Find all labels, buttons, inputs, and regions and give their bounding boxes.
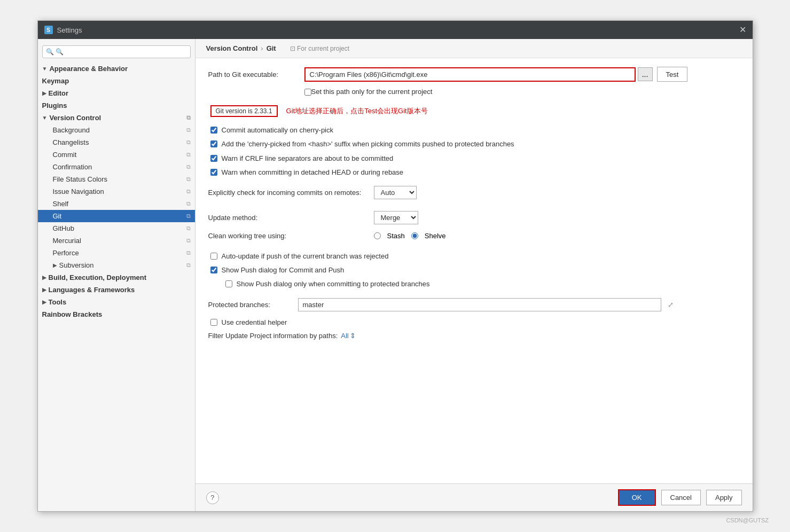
arrow-icon: ▶ bbox=[53, 262, 57, 268]
copy-icon: ⧉ bbox=[186, 176, 191, 183]
sidebar-item-editor[interactable]: ▶ Editor bbox=[38, 87, 195, 99]
filter-value: All bbox=[341, 332, 348, 340]
breadcrumb-version-control: Version Control bbox=[206, 44, 258, 52]
protected-branches-input[interactable] bbox=[298, 298, 661, 311]
auto-update-row: Auto-update if push of the current branc… bbox=[208, 252, 740, 261]
sidebar-item-version-control[interactable]: ▼ Version Control ⧉ bbox=[38, 112, 195, 124]
sidebar-item-github[interactable]: GitHub ⧉ bbox=[38, 222, 195, 234]
filter-dropdown[interactable]: All ⇕ bbox=[341, 332, 355, 340]
test-button[interactable]: Test bbox=[657, 67, 688, 82]
sidebar-item-label: Appearance & Behavior bbox=[49, 65, 128, 73]
cherry-pick-label: Commit automatically on cherry-pick bbox=[222, 126, 334, 135]
browse-button[interactable]: ... bbox=[638, 67, 653, 81]
credential-helper-checkbox[interactable] bbox=[210, 319, 217, 326]
clean-radio-group: Stash Shelve bbox=[374, 232, 446, 240]
clean-working-tree-row: Clean working tree using: Stash Shelve bbox=[208, 232, 740, 240]
sidebar-item-issue-navigation[interactable]: Issue Navigation ⧉ bbox=[38, 185, 195, 198]
copy-icon: ⧉ bbox=[186, 213, 191, 220]
title-bar: S Settings ✕ bbox=[38, 21, 753, 39]
crlf-warn-label: Warn if CRLF line separators are about t… bbox=[222, 154, 394, 163]
sidebar-item-label: Issue Navigation bbox=[53, 187, 104, 195]
show-push-protected-checkbox[interactable] bbox=[225, 280, 232, 287]
sidebar-item-build[interactable]: ▶ Build, Execution, Deployment bbox=[38, 271, 195, 284]
incoming-commits-row: Explicitly check for incoming commits on… bbox=[208, 186, 740, 199]
sidebar-item-shelf[interactable]: Shelf ⧉ bbox=[38, 198, 195, 210]
copy-icon: ⧉ bbox=[186, 127, 191, 134]
apply-button[interactable]: Apply bbox=[706, 490, 742, 505]
set-path-checkbox[interactable] bbox=[304, 89, 311, 96]
incoming-commits-select[interactable]: Auto Always Never bbox=[374, 186, 417, 199]
copy-icon: ⧉ bbox=[186, 200, 191, 207]
set-path-row: Set this path only for the current proje… bbox=[208, 87, 740, 97]
detached-head-checkbox[interactable] bbox=[210, 169, 217, 176]
copy-icon: ⧉ bbox=[186, 151, 191, 158]
cancel-button[interactable]: Cancel bbox=[661, 490, 701, 505]
expand-icon[interactable]: ⤢ bbox=[668, 301, 674, 309]
update-method-label: Update method: bbox=[208, 214, 374, 222]
sidebar-item-subversion[interactable]: ▶ Subversion ⧉ bbox=[38, 259, 195, 271]
git-path-row: Path to Git executable: ... Test bbox=[208, 67, 740, 82]
breadcrumb-git: Git bbox=[267, 44, 276, 52]
help-button[interactable]: ? bbox=[206, 491, 219, 504]
sidebar-item-mercurial[interactable]: Mercurial ⧉ bbox=[38, 234, 195, 247]
sidebar-item-label: Tools bbox=[49, 298, 67, 306]
sidebar-item-languages[interactable]: ▶ Languages & Frameworks bbox=[38, 284, 195, 296]
show-push-dialog-checkbox[interactable] bbox=[210, 267, 217, 273]
title-bar-left: S Settings bbox=[44, 26, 82, 34]
credential-helper-label: Use credential helper bbox=[222, 318, 287, 327]
search-input[interactable] bbox=[42, 45, 191, 58]
breadcrumb-separator: › bbox=[261, 44, 263, 52]
credential-helper-row: Use credential helper bbox=[208, 318, 740, 327]
sidebar-item-label: Confirmation bbox=[53, 163, 92, 171]
breadcrumb: Version Control › Git ⊡ For current proj… bbox=[195, 39, 753, 58]
window-title: Settings bbox=[57, 26, 82, 34]
git-path-input[interactable] bbox=[304, 67, 636, 82]
crlf-warn-checkbox[interactable] bbox=[210, 155, 217, 162]
sidebar-item-label: Languages & Frameworks bbox=[49, 286, 135, 294]
sidebar-item-label: Subversion bbox=[59, 261, 94, 269]
sidebar-item-file-status-colors[interactable]: File Status Colors ⧉ bbox=[38, 173, 195, 185]
sidebar-item-confirmation[interactable]: Confirmation ⧉ bbox=[38, 161, 195, 173]
sidebar-item-rainbow[interactable]: Rainbow Brackets bbox=[38, 308, 195, 320]
crlf-warn-row: Warn if CRLF line separators are about t… bbox=[208, 154, 740, 163]
sidebar-item-label: Shelf bbox=[53, 200, 69, 208]
footer-left: ? bbox=[206, 491, 219, 504]
protected-branches-label: Protected branches: bbox=[208, 301, 294, 309]
close-button[interactable]: ✕ bbox=[739, 26, 746, 34]
cherry-picked-suffix-checkbox[interactable] bbox=[210, 140, 217, 147]
git-version-label: Git version is 2.33.1 bbox=[210, 105, 278, 117]
shelve-radio[interactable] bbox=[411, 232, 418, 239]
auto-update-checkbox[interactable] bbox=[210, 253, 217, 260]
show-push-dialog-label: Show Push dialog for Commit and Push bbox=[222, 265, 345, 275]
copy-icon: ⧉ bbox=[186, 139, 191, 146]
sidebar-item-changelists[interactable]: Changelists ⧉ bbox=[38, 136, 195, 148]
clean-working-tree-label: Clean working tree using: bbox=[208, 232, 374, 240]
arrow-icon: ▶ bbox=[42, 90, 46, 96]
stash-radio[interactable] bbox=[374, 232, 381, 239]
stash-label: Stash bbox=[387, 232, 405, 240]
watermark: CSDN@GUTSZ bbox=[726, 517, 769, 523]
sidebar-item-background[interactable]: Background ⧉ bbox=[38, 124, 195, 136]
main-content: Version Control › Git ⊡ For current proj… bbox=[195, 39, 753, 511]
sidebar-item-tools[interactable]: ▶ Tools bbox=[38, 296, 195, 308]
sidebar-item-appearance[interactable]: ▼ Appearance & Behavior bbox=[38, 62, 195, 75]
detached-head-label: Warn when committing in detached HEAD or… bbox=[222, 168, 404, 177]
update-method-select[interactable]: Merge Rebase bbox=[374, 211, 418, 224]
sidebar-item-label: GitHub bbox=[53, 224, 74, 232]
filter-label: Filter Update Project information by pat… bbox=[208, 332, 338, 340]
filter-row: Filter Update Project information by pat… bbox=[208, 332, 740, 340]
update-method-row: Update method: Merge Rebase bbox=[208, 211, 740, 224]
ok-button[interactable]: OK bbox=[618, 489, 656, 506]
show-push-dialog-row: Show Push dialog for Commit and Push bbox=[208, 265, 740, 275]
sidebar-item-label: Build, Execution, Deployment bbox=[49, 273, 146, 281]
sidebar-item-label: Editor bbox=[49, 89, 69, 97]
sidebar-item-plugins[interactable]: Plugins bbox=[38, 99, 195, 112]
cherry-pick-checkbox[interactable] bbox=[210, 127, 217, 134]
sidebar-item-keymap[interactable]: Keymap bbox=[38, 75, 195, 87]
copy-icon: ⧉ bbox=[186, 225, 191, 232]
app-icon: S bbox=[44, 26, 53, 34]
sidebar-item-commit[interactable]: Commit ⧉ bbox=[38, 148, 195, 161]
sidebar-item-perforce[interactable]: Perforce ⧉ bbox=[38, 247, 195, 259]
sidebar-item-label: Git bbox=[53, 212, 62, 220]
sidebar-item-git[interactable]: Git ⧉ bbox=[38, 210, 195, 222]
